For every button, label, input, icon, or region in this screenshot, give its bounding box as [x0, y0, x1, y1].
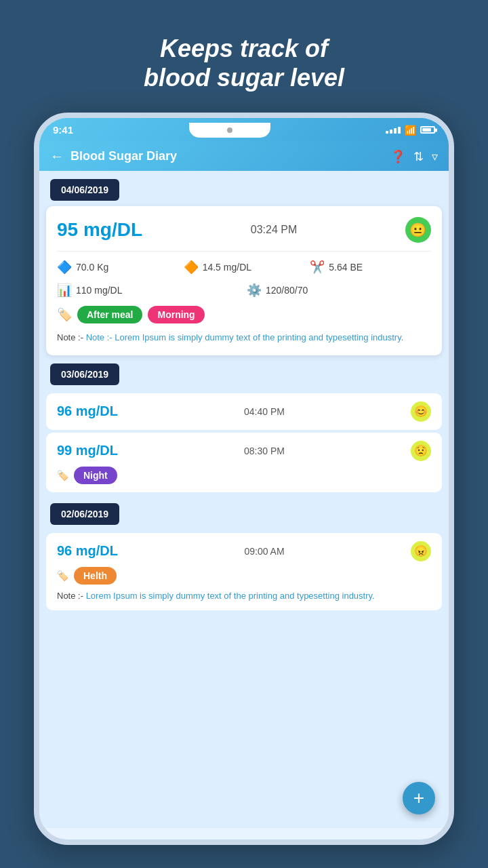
header-left: ← Blood Sugar Diary: [50, 149, 177, 164]
weight-value: 70.0 Kg: [76, 262, 108, 273]
note-label-3: Note :-: [57, 591, 86, 601]
be-icon: ✂️: [310, 260, 325, 275]
page-title: Keeps track of blood sugar level: [144, 34, 344, 92]
list-card-header-2: 99 mg/DL 08:30 PM 😟: [57, 441, 431, 461]
battery-icon: [420, 126, 435, 134]
insulin-icon: 🔶: [184, 260, 199, 275]
metrics-grid: 🔷 70.0 Kg 🔶 14.5 mg/DL ✂️ 5.64 BE: [57, 260, 431, 275]
date-badge-2: 03/06/2019: [50, 363, 119, 385]
date-badge-3: 02/06/2019: [50, 503, 119, 525]
list-card-1[interactable]: 96 mg/DL 04:40 PM 😊: [46, 393, 442, 430]
list-card-header-3: 96 mg/DL 09:00 AM 😠: [57, 541, 431, 561]
header-icons: ❓ ⇅ ▿: [390, 149, 438, 164]
list-card-3[interactable]: 96 mg/DL 09:00 AM 😠 🏷️ Helth Note :- Lor…: [46, 533, 442, 610]
metric-glucose2: 📊 110 mg/DL: [57, 283, 241, 298]
metrics-row2: 📊 110 mg/DL ⚙️ 120/80/70: [57, 283, 431, 298]
weight-icon: 🔷: [57, 260, 72, 275]
glucose2-icon: 📊: [57, 283, 72, 298]
list-tags-2: 🏷️ Night: [57, 467, 431, 484]
time-value: 03:24 PM: [251, 224, 297, 236]
list-emoji-1: 😊: [411, 401, 431, 422]
tag-after-meal[interactable]: After meal: [77, 306, 142, 323]
bp-value: 120/80/70: [266, 285, 308, 296]
note-text-3: Note :- Lorem Ipsum is simply dummy text…: [57, 590, 431, 602]
phone-mockup: 9:41 📶 ← Blood Sugar Dia: [34, 113, 454, 845]
notch: [189, 123, 270, 138]
tag-icon-2: 🏷️: [57, 470, 68, 481]
list-glucose-1: 96 mg/DL: [57, 403, 118, 419]
list-time-2: 08:30 PM: [244, 446, 285, 456]
note-text: Note :- Note :- Lorem Ipsum is simply du…: [57, 332, 431, 344]
insulin-value: 14.5 mg/DL: [203, 262, 251, 273]
phone-top: 9:41 📶 ← Blood Sugar Dia: [39, 118, 449, 171]
help-icon[interactable]: ❓: [390, 149, 405, 164]
glucose-value: 95 mg/DL: [57, 219, 142, 241]
status-icons: 📶: [386, 125, 435, 136]
fab-button[interactable]: +: [403, 782, 435, 814]
tag-icon-3: 🏷️: [57, 570, 68, 581]
list-glucose-3: 96 mg/DL: [57, 543, 118, 559]
tag-helth[interactable]: Helth: [74, 567, 117, 585]
note-label: Note :-: [57, 332, 86, 342]
emoji-face: 😐: [409, 222, 426, 238]
bp-icon: ⚙️: [247, 283, 262, 298]
battery-fill: [422, 128, 431, 132]
notch-circle: [227, 127, 232, 133]
note-content-3: Lorem Ipsum is simply dummy text of the …: [86, 591, 375, 601]
expanded-card[interactable]: 95 mg/DL 03:24 PM 😐 🔷 70.0 Kg 🔶 14.5 mg/…: [46, 206, 442, 355]
list-time-3: 09:00 AM: [244, 546, 284, 557]
metric-bp: ⚙️ 120/80/70: [247, 283, 431, 298]
list-card-header-1: 96 mg/DL 04:40 PM 😊: [57, 401, 431, 422]
list-emoji-2: 😟: [411, 441, 431, 461]
content-area: 04/06/2019 95 mg/DL 03:24 PM 😐 🔷 70.0 Kg…: [39, 171, 449, 828]
list-glucose-2: 99 mg/DL: [57, 443, 118, 458]
app-header: ← Blood Sugar Diary ❓ ⇅ ▿: [39, 142, 449, 171]
tag-night[interactable]: Night: [74, 467, 117, 484]
list-card-2[interactable]: 99 mg/DL 08:30 PM 😟 🏷️ Night: [46, 433, 442, 492]
glucose2-value: 110 mg/DL: [76, 285, 122, 296]
note-content: Note :- Lorem Ipsum is simply dummy text…: [86, 332, 404, 342]
back-button[interactable]: ←: [50, 149, 64, 164]
wifi-icon: 📶: [405, 125, 416, 136]
status-bar: 9:41 📶: [39, 118, 449, 142]
tag-morning[interactable]: Morning: [148, 306, 204, 323]
metric-weight: 🔷 70.0 Kg: [57, 260, 178, 275]
be-value: 5.64 BE: [329, 262, 363, 273]
card-header: 95 mg/DL 03:24 PM 😐: [57, 217, 431, 252]
date-badge: 04/06/2019: [50, 179, 119, 201]
tags-row: 🏷️ After meal Morning: [57, 306, 431, 323]
status-time: 9:41: [53, 124, 73, 136]
sort-icon[interactable]: ⇅: [413, 149, 424, 164]
tag-icon: 🏷️: [57, 307, 72, 322]
metric-insulin: 🔶 14.5 mg/DL: [184, 260, 305, 275]
list-time-1: 04:40 PM: [244, 406, 285, 417]
signal-icon: [386, 127, 401, 134]
list-emoji-3: 😠: [411, 541, 431, 561]
filter-icon[interactable]: ▿: [432, 149, 438, 164]
fab-label: +: [413, 787, 424, 809]
list-tags-3: 🏷️ Helth: [57, 567, 431, 585]
emoji-indicator: 😐: [405, 217, 431, 243]
header-title: Blood Sugar Diary: [70, 149, 177, 163]
metric-be: ✂️ 5.64 BE: [310, 260, 431, 275]
